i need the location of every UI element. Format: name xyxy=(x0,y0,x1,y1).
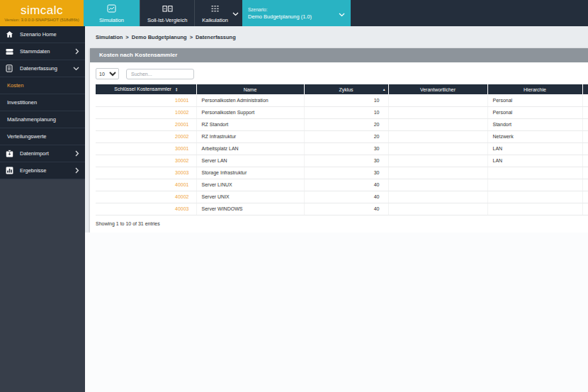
chevron-right-icon xyxy=(75,167,79,174)
cell-key: 10002 xyxy=(96,106,196,118)
tab-simulation[interactable]: Simulation xyxy=(84,0,140,26)
cell-verantwortlicher xyxy=(388,118,487,130)
table-header-row: Schlüssel Kostensammler▴▾NameZyklus▴Vera… xyxy=(96,84,588,94)
panel-title: Kosten nach Kostensammler xyxy=(90,48,588,62)
datenerfassung-icon xyxy=(6,65,15,72)
sidebar-item-datenimport[interactable]: Datenimport xyxy=(0,145,85,162)
cell-verantwortlicher xyxy=(388,94,487,106)
cell-zyklus: 30 xyxy=(304,142,388,155)
sidebar-item-label: Verteilungswerte xyxy=(7,133,46,140)
kostensammler-link[interactable]: 40002 xyxy=(175,194,188,199)
column-label: Zyklus xyxy=(339,87,353,92)
table-controls: 10 xyxy=(90,62,588,84)
column-header-schl-ssel-kostensammler[interactable]: Schlüssel Kostensammler▴▾ xyxy=(96,84,196,94)
sidebar-item-kosten[interactable]: Kosten xyxy=(0,77,85,94)
kostensammler-link[interactable]: 30001 xyxy=(175,146,188,151)
column-header-zyklus[interactable]: Zyklus▴ xyxy=(304,84,388,94)
sidebar-item-datenerfassung[interactable]: Datenerfassung xyxy=(0,60,85,77)
cell-zyklus: 40 xyxy=(304,203,388,215)
sidebar-item-ergebnisse[interactable]: Ergebnisse xyxy=(0,162,85,179)
kostensammler-link[interactable]: 40001 xyxy=(175,182,188,187)
cell-zyklus: 30 xyxy=(304,167,388,179)
chevron-right-icon xyxy=(75,48,79,55)
column-header-col6[interactable] xyxy=(582,84,588,94)
cell-hierarchie xyxy=(487,179,582,191)
sidebar-item-stammdaten[interactable]: Stammdaten xyxy=(0,43,85,60)
cell-verantwortlicher xyxy=(388,191,487,203)
sidebar-item-label: Maßnahmenplanung xyxy=(7,116,56,123)
table-row: 10002Personalkosten Support10Personal xyxy=(96,106,588,118)
cell-key: 40003 xyxy=(96,203,196,215)
cell-key: 30002 xyxy=(96,155,196,167)
kosten-table: Schlüssel Kostensammler▴▾NameZyklus▴Vera… xyxy=(96,84,588,215)
cell-extra xyxy=(582,142,588,155)
table-row: 40001Server LINUX40 xyxy=(96,179,588,191)
cell-verantwortlicher xyxy=(388,179,487,191)
breadcrumb-item[interactable]: Datenerfassung xyxy=(196,34,236,40)
cell-verantwortlicher xyxy=(388,130,487,142)
kostensammler-link[interactable]: 30002 xyxy=(175,158,188,163)
sidebar-item-szenario-home[interactable]: Szenario Home xyxy=(0,26,85,43)
column-header-name[interactable]: Name xyxy=(196,84,304,94)
cell-zyklus: 20 xyxy=(304,130,388,142)
content-background xyxy=(85,233,588,392)
table-body: 10001Personalkosten Administration10Pers… xyxy=(96,94,588,215)
breadcrumb-item[interactable]: Demo Budgetplanung xyxy=(132,34,187,40)
kostensammler-link[interactable]: 10001 xyxy=(175,98,188,103)
app-logo[interactable]: simcalc Version: 3.0.0.0-SNAPSHOT (518d8… xyxy=(0,0,84,26)
cell-key: 30003 xyxy=(96,167,196,179)
sort-asc-icon: ▴ xyxy=(383,87,385,91)
cell-extra xyxy=(582,118,588,130)
kostensammler-link[interactable]: 40003 xyxy=(175,206,188,211)
cell-hierarchie: Personal xyxy=(487,106,582,118)
sort-icon: ▴▾ xyxy=(176,87,177,92)
tab-soll-ist-vergleich[interactable]: Soll-Ist-Vergleich xyxy=(140,0,194,26)
sidebar-item-verteilungswerte[interactable]: Verteilungswerte xyxy=(0,128,85,145)
cell-extra xyxy=(582,106,588,118)
column-header-hierarchie[interactable]: Hierarchie xyxy=(487,84,582,94)
kalkulation-icon xyxy=(210,3,220,16)
cell-name: Server LAN xyxy=(196,155,304,167)
cell-hierarchie: LAN xyxy=(487,142,582,155)
cell-verantwortlicher xyxy=(388,167,487,179)
topbar-filler xyxy=(351,0,588,26)
search-input[interactable] xyxy=(126,69,194,79)
tab-kalkulation[interactable]: Kalkulation xyxy=(194,0,242,26)
cell-name: Server UNIX xyxy=(196,191,304,203)
kostensammler-link[interactable]: 20002 xyxy=(175,134,188,139)
app-name: simcalc xyxy=(21,4,63,16)
column-label: Schlüssel Kostensammler xyxy=(114,86,171,91)
soll-ist-vergleich-icon xyxy=(162,3,173,16)
cell-name: Arbeitsplatz LAN xyxy=(196,142,304,155)
sidebar-item-label: Szenario Home xyxy=(20,31,57,38)
sidebar-item-label: Stammdaten xyxy=(20,48,50,55)
chevron-down-icon xyxy=(339,7,345,20)
scenario-selector[interactable]: Szenario: Demo Budgetplanung (1.0) xyxy=(242,0,351,26)
sidebar-item-label: Investitionen xyxy=(7,99,37,106)
table-row: 30001Arbeitsplatz LAN30LAN xyxy=(96,142,588,155)
cell-verantwortlicher xyxy=(388,106,487,118)
cell-name: RZ Infrastruktur xyxy=(196,130,304,142)
kostensammler-link[interactable]: 10002 xyxy=(175,110,188,115)
table-row: 30003Storage Infrastruktur30 xyxy=(96,167,588,179)
sidebar-item-ma-nahmenplanung[interactable]: Maßnahmenplanung xyxy=(0,111,85,128)
cell-key: 10001 xyxy=(96,94,196,106)
chevron-right-icon xyxy=(75,150,79,157)
column-label: Verantwortlicher xyxy=(420,87,456,92)
cell-zyklus: 10 xyxy=(304,94,388,106)
sidebar-item-investitionen[interactable]: Investitionen xyxy=(0,94,85,111)
cell-key: 20001 xyxy=(96,118,196,130)
tab-label: Simulation xyxy=(99,17,124,23)
breadcrumb-item[interactable]: Simulation xyxy=(96,34,123,40)
tab-label: Soll-Ist-Vergleich xyxy=(147,17,187,23)
cell-zyklus: 20 xyxy=(304,118,388,130)
page-size-select[interactable]: 10 xyxy=(96,68,119,79)
kostensammler-link[interactable]: 20001 xyxy=(175,122,188,127)
cell-extra xyxy=(582,179,588,191)
column-header-verantwortlicher[interactable]: Verantwortlicher xyxy=(388,84,487,94)
breadcrumb-separator: > xyxy=(125,34,128,40)
stammdaten-icon xyxy=(6,48,15,55)
cell-zyklus: 30 xyxy=(304,155,388,167)
kosten-panel: Kosten nach Kostensammler 10 Schlüssel K… xyxy=(90,48,588,233)
kostensammler-link[interactable]: 30003 xyxy=(175,170,188,175)
